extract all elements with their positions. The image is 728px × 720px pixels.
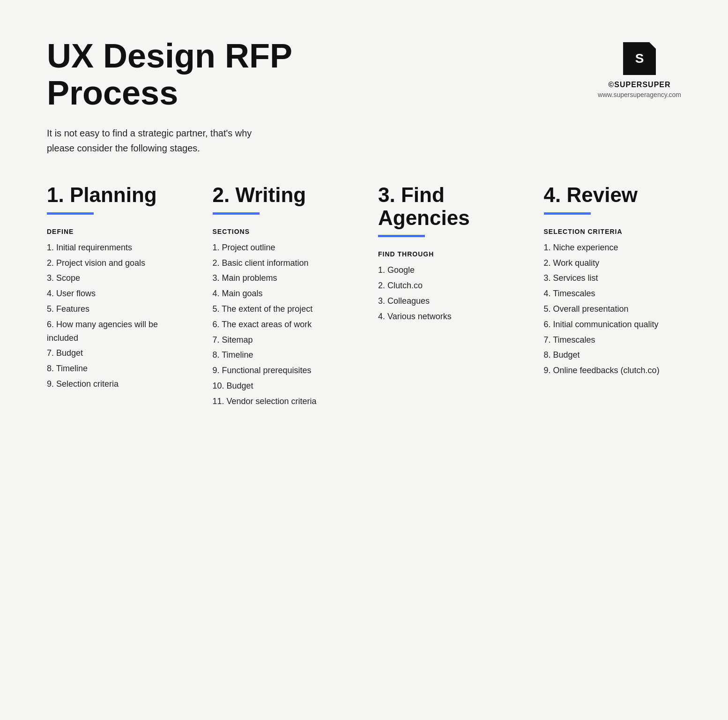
list-item: 5. Overall presentation <box>544 302 682 316</box>
list-item: 1. Initial requirenments <box>47 241 185 255</box>
list-item: 8. Timeline <box>47 362 185 375</box>
list-item: 8. Timeline <box>213 348 350 362</box>
planning-subsection-label: DEFINE <box>47 228 185 235</box>
list-item: 11. Vendor selection criteria <box>213 395 350 408</box>
review-underline <box>544 212 591 215</box>
list-item: 7. Timescales <box>544 333 682 347</box>
list-item: 2. Work quality <box>544 256 682 270</box>
list-item: 8. Budget <box>544 348 682 362</box>
page-title: UX Design RFP Process <box>47 38 292 112</box>
list-item: 10. Budget <box>213 379 350 393</box>
planning-underline <box>47 212 94 215</box>
list-item: 5. Features <box>47 302 185 316</box>
list-item: 3. Scope <box>47 271 185 285</box>
writing-underline <box>213 212 260 215</box>
brand-url: www.supersuperagency.com <box>598 91 681 98</box>
main-content: 1. Planning DEFINE 1. Initial requirenme… <box>47 184 681 410</box>
list-item: 1. Niche experience <box>544 241 682 255</box>
list-item: 9. Functional prerequisites <box>213 364 350 377</box>
list-item: 9. Online feedbacks (clutch.co) <box>544 364 682 377</box>
list-item: 6. Initial communication quality <box>544 318 682 331</box>
list-item: 7. Budget <box>47 346 185 360</box>
writing-subsection-label: SECTIONS <box>213 228 350 235</box>
section-review: 4. Review SELECTION CRITERIA 1. Niche ex… <box>544 184 682 410</box>
list-item: 3. Main problems <box>213 271 350 285</box>
list-item: 4. Timescales <box>544 287 682 300</box>
agencies-subsection-label: FIND THROUGH <box>378 250 516 258</box>
brand-logo-icon <box>623 42 656 75</box>
review-list: 1. Niche experience 2. Work quality 3. S… <box>544 241 682 377</box>
brand-name: ©SUPERSUPER <box>609 81 671 89</box>
list-item: 2. Project vision and goals <box>47 256 185 270</box>
review-subsection-label: SELECTION CRITERIA <box>544 228 682 235</box>
list-item: 6. How many agencies will be included <box>47 318 185 345</box>
list-item: 3. Services list <box>544 271 682 285</box>
planning-list: 1. Initial requirenments 2. Project visi… <box>47 241 185 391</box>
writing-list: 1. Project outline 2. Basic client infor… <box>213 241 350 408</box>
list-item: 2. Basic client information <box>213 256 350 270</box>
planning-title: 1. Planning <box>47 184 185 206</box>
list-item: 4. Various networks <box>378 310 516 323</box>
writing-title: 2. Writing <box>213 184 350 206</box>
list-item: 4. Main goals <box>213 287 350 300</box>
list-item: 1. Project outline <box>213 241 350 255</box>
title-block: UX Design RFP Process It is not easy to … <box>47 38 292 156</box>
header: UX Design RFP Process It is not easy to … <box>47 38 681 156</box>
agencies-title: 3. Find Agencies <box>378 184 516 229</box>
list-item: 6. The exact areas of work <box>213 318 350 331</box>
list-item: 5. The extent of the project <box>213 302 350 316</box>
list-item: 3. Colleagues <box>378 294 516 308</box>
section-planning: 1. Planning DEFINE 1. Initial requirenme… <box>47 184 185 410</box>
list-item: 7. Sitemap <box>213 333 350 347</box>
list-item: 1. Google <box>378 263 516 277</box>
list-item: 9. Selection criteria <box>47 377 185 391</box>
section-writing: 2. Writing SECTIONS 1. Project outline 2… <box>213 184 350 410</box>
page-container: UX Design RFP Process It is not easy to … <box>47 38 681 410</box>
brand-block: ©SUPERSUPER www.supersuperagency.com <box>598 38 681 98</box>
list-item: 2. Clutch.co <box>378 279 516 292</box>
agencies-underline <box>378 235 425 237</box>
section-agencies: 3. Find Agencies FIND THROUGH 1. Google … <box>378 184 516 410</box>
list-item: 4. User flows <box>47 287 185 300</box>
review-title: 4. Review <box>544 184 682 206</box>
agencies-list: 1. Google 2. Clutch.co 3. Colleagues 4. … <box>378 263 516 323</box>
subtitle-text: It is not easy to find a strategic partn… <box>47 126 281 156</box>
